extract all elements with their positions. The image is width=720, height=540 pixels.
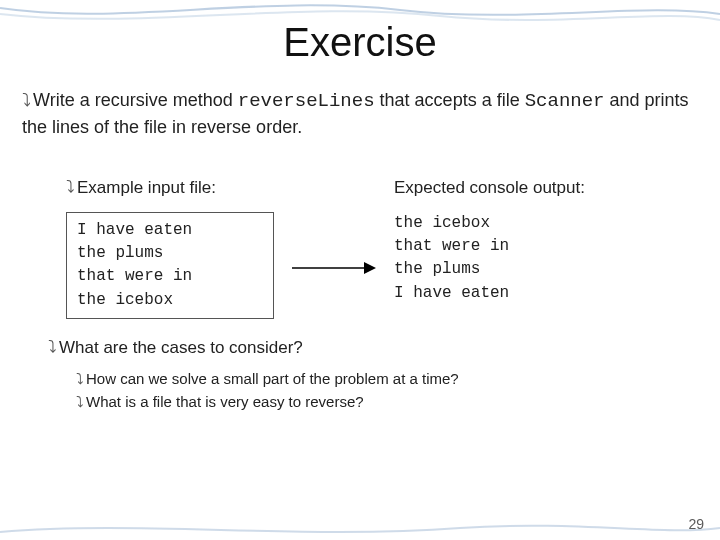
bullet-glyph-icon: ⤵ xyxy=(22,90,31,110)
bullet-glyph-icon: ⤵ xyxy=(66,178,75,197)
cases-sub-list: ⤵How can we solve a small part of the pr… xyxy=(76,368,698,413)
code-Scanner: Scanner xyxy=(525,90,605,112)
bullet-glyph-icon: ⤵ xyxy=(48,338,57,357)
bullet-glyph-icon: ⤵ xyxy=(76,393,84,410)
slide-title: Exercise xyxy=(0,20,720,65)
bottom-swirl-decoration xyxy=(0,522,720,540)
arrow-icon xyxy=(290,258,378,278)
content-area: ⤵Write a recursive method reverseLines t… xyxy=(22,88,698,149)
bullet-glyph-icon: ⤵ xyxy=(76,370,84,387)
cases-heading-text: What are the cases to consider? xyxy=(59,338,303,357)
code-reverseLines: reverseLines xyxy=(238,90,375,112)
main-bullet-text-pre: Write a recursive method xyxy=(33,90,238,110)
page-number: 29 xyxy=(688,516,704,532)
cases-block: ⤵What are the cases to consider? ⤵How ca… xyxy=(48,338,698,413)
cases-sub-text: What is a file that is very easy to reve… xyxy=(86,393,364,410)
cases-sub-item: ⤵What is a file that is very easy to rev… xyxy=(76,391,698,414)
svg-marker-1 xyxy=(364,262,376,274)
example-output-box: the icebox that were in the plums I have… xyxy=(394,212,509,305)
example-input-label-text: Example input file: xyxy=(77,178,216,197)
example-input-box: I have eaten the plums that were in the … xyxy=(66,212,274,319)
cases-heading: ⤵What are the cases to consider? xyxy=(48,338,698,358)
example-output-label: Expected console output: xyxy=(394,178,585,198)
main-bullet: ⤵Write a recursive method reverseLines t… xyxy=(22,88,698,139)
example-area: ⤵Example input file: Expected console ou… xyxy=(66,178,698,332)
main-bullet-text-mid: that accepts a file xyxy=(375,90,525,110)
cases-sub-text: How can we solve a small part of the pro… xyxy=(86,370,459,387)
example-input-label: ⤵Example input file: xyxy=(66,178,216,198)
cases-sub-item: ⤵How can we solve a small part of the pr… xyxy=(76,368,698,391)
